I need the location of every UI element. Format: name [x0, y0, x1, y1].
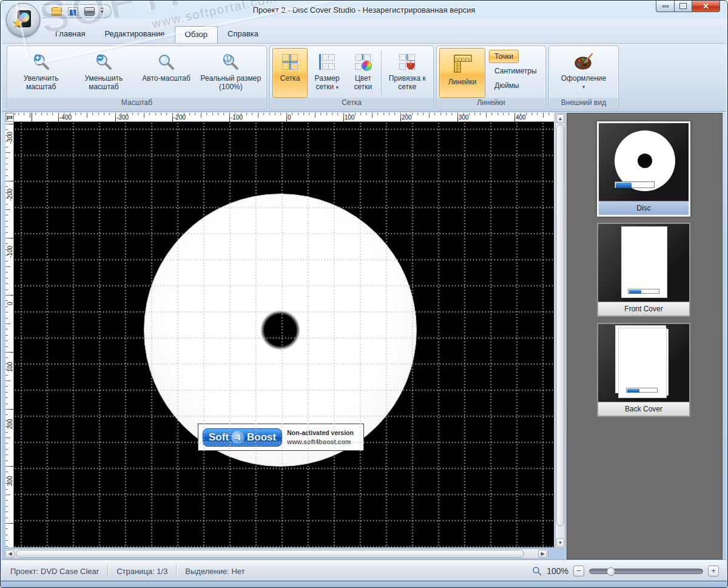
disc-hole: [260, 309, 301, 351]
scroll-up-icon[interactable]: ▲: [556, 114, 564, 123]
ruler-units-inches-button[interactable]: Дюймы: [489, 79, 525, 92]
page-thumbnail-disc[interactable]: Disc: [597, 121, 690, 217]
ribbon-group-rulers: Линейки Точки Сантиметры Дюймы Линейки: [436, 46, 546, 109]
palette-icon: [573, 52, 594, 72]
zoom-in-button[interactable]: Увеличить масштаб: [10, 48, 72, 98]
grid-size-dropdown-icon: ▾: [335, 84, 339, 90]
app-window: Проект 2 - Disc Cover Studio - Незарегис…: [0, 0, 728, 588]
grid-icon: [282, 52, 298, 72]
close-button[interactable]: ✕: [692, 1, 720, 12]
soft4boost-logo: Soft4Boost: [203, 428, 282, 447]
window-controls: ✕: [656, 1, 720, 12]
quick-access-toolbar: ▾: [43, 4, 112, 18]
snap-to-grid-button[interactable]: Привязка к сетке: [383, 48, 431, 98]
vertical-scroll-thumb[interactable]: [556, 124, 564, 526]
zoom-percentage: 100%: [547, 566, 568, 576]
design-canvas[interactable]: Soft4Boost Non-activated version www.sof…: [14, 122, 554, 547]
scroll-left-icon[interactable]: ◀: [5, 550, 15, 558]
ribbon-group-appearance: Оформление ▾ Внешний вид: [548, 46, 619, 109]
save-icon[interactable]: [68, 7, 78, 16]
svg-text:1: 1: [226, 55, 230, 62]
ribbon: Увеличить масштаб Уменьшить масштаб Авто…: [2, 43, 726, 112]
grid-color-button[interactable]: Цвет сетки: [346, 48, 379, 98]
appearance-dropdown-icon: ▾: [582, 84, 585, 90]
grid-color-icon: [355, 52, 371, 72]
tab-obzor[interactable]: Обзор: [175, 26, 218, 43]
tab-glavnaya[interactable]: Главная: [46, 26, 95, 43]
grid-toggle-button[interactable]: Сетка: [272, 48, 308, 98]
maximize-button[interactable]: [675, 1, 692, 12]
trial-watermark-box: Soft4Boost Non-activated version www.sof…: [198, 424, 364, 451]
status-project: Проект: DVD Case Clear: [2, 567, 107, 576]
window-frame-bottom: [1, 581, 727, 587]
disc-thumbnail-image: [599, 123, 689, 201]
snap-to-grid-magnet-icon: [399, 52, 415, 72]
grid-size-button[interactable]: Размер сетки ▾: [308, 48, 346, 98]
page-label-back-cover: Back Cover: [598, 402, 689, 416]
application-menu-button[interactable]: ★: [6, 3, 40, 37]
trial-watermark-line1: Non-activated version: [287, 428, 354, 437]
zoom-out-button[interactable]: Уменьшить масштаб: [73, 48, 135, 98]
ribbon-tab-row: Главная Редактирование Обзор Справка: [2, 19, 726, 43]
zoom-out-step-button[interactable]: −: [573, 566, 584, 576]
zoom-slider-thumb[interactable]: [607, 567, 615, 576]
real-size-icon: 1: [221, 52, 240, 72]
vertical-ruler: -300 -200 -100 0 100 200 300: [5, 122, 14, 547]
page-thumbnail-front-cover[interactable]: Front Cover: [597, 223, 690, 317]
close-icon: ✕: [703, 2, 709, 11]
ruler-unit-indicator[interactable]: px: [5, 113, 14, 122]
ruler-icon: [451, 52, 473, 76]
new-project-icon[interactable]: [52, 7, 62, 16]
zoom-out-icon: [95, 52, 113, 72]
minimize-button[interactable]: [656, 1, 675, 12]
horizontal-scroll-thumb[interactable]: [16, 550, 524, 558]
canvas-vertical-scrollbar[interactable]: ▲ ▼: [555, 113, 565, 549]
scroll-down-icon[interactable]: ▼: [556, 538, 564, 547]
zoom-in-step-button[interactable]: +: [708, 566, 719, 576]
group-label-zoom: Масштаб: [7, 98, 266, 109]
zoom-slider[interactable]: [589, 569, 703, 574]
qat-dropdown-icon[interactable]: ▾: [101, 8, 104, 15]
zoom-magnifier-icon: [532, 566, 542, 576]
back-cover-thumbnail-image: [598, 324, 689, 402]
tab-redaktirovanie[interactable]: Редактирование: [95, 26, 174, 43]
ribbon-group-zoom: Увеличить масштаб Уменьшить масштаб Авто…: [7, 46, 267, 109]
group-label-grid: Сетка: [270, 98, 433, 109]
ribbon-group-grid: Сетка Размер сетки ▾: [269, 46, 434, 109]
horizontal-ruler: -400 -300 -200 -100 0 100 200 300 400: [14, 113, 554, 122]
auto-zoom-button[interactable]: Авто-масштаб: [135, 48, 197, 98]
page-label-disc: Disc: [599, 201, 689, 215]
page-thumbnail-back-cover[interactable]: Back Cover: [597, 323, 690, 417]
status-selection: Выделение: Нет: [177, 567, 253, 576]
status-page: Страница: 1/3: [108, 567, 176, 576]
grid-size-icon: [319, 52, 335, 72]
canvas-horizontal-scrollbar[interactable]: ◀ ▶: [4, 549, 548, 559]
page-label-front-cover: Front Cover: [598, 302, 689, 316]
maximize-icon: [680, 4, 686, 8]
zoom-in-icon: [32, 52, 50, 72]
ruler-units-points-button[interactable]: Точки: [489, 50, 519, 63]
group-label-appearance: Внешний вид: [549, 98, 618, 109]
group-label-rulers: Линейки: [437, 98, 545, 109]
pages-panel: Disc Front Cover Back Cover: [567, 113, 723, 559]
status-bar: Проект: DVD Case Clear Страница: 1/3 Выд…: [2, 559, 726, 582]
real-size-button[interactable]: 1 Реальный размер (100%): [198, 48, 263, 98]
trial-watermark-line2: www.soft4boost.com: [287, 438, 354, 446]
minimize-icon: [662, 5, 669, 7]
app-icon: ★: [14, 10, 32, 30]
rulers-toggle-button[interactable]: Линейки: [439, 48, 485, 98]
zoom-controls: 100% − +: [532, 560, 719, 582]
front-cover-thumbnail-image: [598, 224, 689, 302]
auto-zoom-icon: [157, 52, 175, 72]
print-icon[interactable]: [84, 7, 95, 16]
appearance-button[interactable]: Оформление ▾: [552, 48, 615, 98]
tab-spravka[interactable]: Справка: [218, 26, 268, 43]
scroll-right-icon[interactable]: ▶: [538, 550, 547, 558]
ruler-units-centimeters-button[interactable]: Сантиметры: [489, 64, 542, 78]
